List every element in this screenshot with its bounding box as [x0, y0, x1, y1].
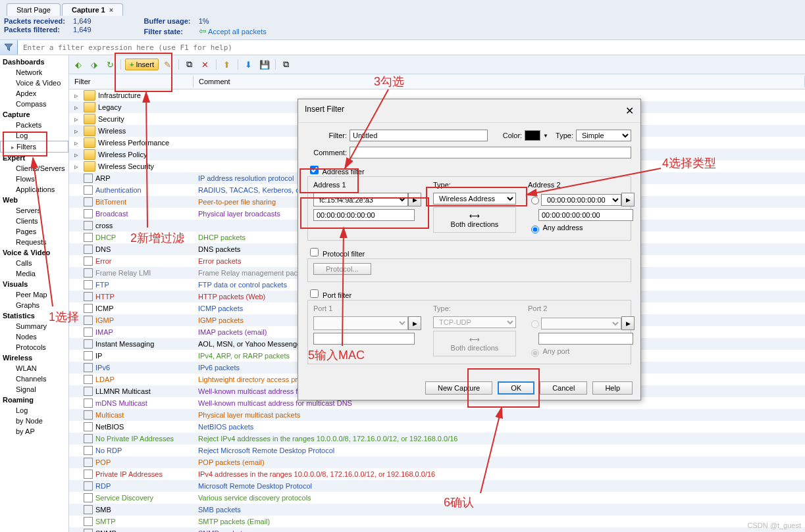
address2-mac-select[interactable]: 00:00:00:00:00:00 [541, 194, 621, 206]
nav-item[interactable]: Clients/Servers [0, 163, 68, 174]
nav-item[interactable]: Apdex [0, 88, 68, 99]
nav-item[interactable]: Nodes [0, 331, 68, 342]
nav-fwd-icon[interactable]: ⬗ [88, 59, 101, 70]
tab-start-page[interactable]: Start Page [7, 3, 61, 16]
insert-button[interactable]: +Insert [125, 59, 159, 70]
buffer-usage-value: 1% [199, 17, 209, 25]
nav-item[interactable]: Peer Map [0, 289, 68, 300]
nav-item[interactable]: Summary [0, 321, 68, 331]
address2-arrow-icon[interactable]: ▶ [621, 193, 635, 206]
new-capture-button[interactable]: New Capture [425, 381, 492, 395]
nav-item[interactable]: Network [0, 67, 68, 78]
nav-item[interactable]: Voice & Video [0, 78, 68, 88]
filter-type-select[interactable]: Simple [576, 130, 631, 141]
import-icon[interactable]: ⬇ [242, 59, 255, 70]
nav-item[interactable]: Pages [0, 226, 68, 237]
refresh-icon[interactable]: ↻ [103, 59, 117, 70]
nav-item[interactable]: Requests [0, 237, 68, 247]
address-filter-checkbox[interactable] [310, 166, 319, 174]
nav-item[interactable]: Protocols [0, 342, 68, 352]
nav-item[interactable]: Compass [0, 99, 68, 109]
nav-item[interactable]: by AP [0, 426, 68, 437]
filter-row[interactable]: SMBSMB packets [69, 504, 805, 516]
nav-item[interactable]: WLAN [0, 363, 68, 374]
address-filter-label: Address filter [322, 168, 364, 176]
comment-label: Comment: [307, 149, 347, 157]
port2-label: Port 2 [528, 304, 635, 312]
col-filter[interactable]: Filter [69, 76, 194, 87]
nav-item[interactable]: Log [0, 405, 68, 416]
type-label: Type: [556, 132, 573, 139]
address1-arrow-icon[interactable]: ▶ [408, 193, 421, 206]
color-swatch[interactable] [525, 130, 540, 141]
filter-expression-input[interactable] [18, 41, 805, 54]
dialog-close-icon[interactable]: ✕ [625, 105, 634, 117]
port1-arrow-icon: ▶ [408, 316, 421, 330]
nav-item[interactable]: Graphs [0, 300, 68, 310]
protocol-filter-label: Protocol filter [323, 250, 365, 258]
port2-select [541, 318, 621, 329]
nav-tree: DashboardsNetworkVoice & VideoApdexCompa… [0, 55, 68, 532]
packets-received-value: 1,649 [73, 17, 91, 25]
nav-item[interactable]: Flows [0, 174, 68, 184]
ok-button[interactable]: OK [498, 381, 534, 395]
nav-item[interactable]: Log [0, 130, 68, 141]
nav-item[interactable]: Servers [0, 205, 68, 216]
nav-item[interactable]: Calls [0, 258, 68, 268]
export-icon[interactable]: ⬆ [221, 59, 234, 70]
protocol-filter-checkbox[interactable] [310, 248, 319, 256]
help-button[interactable]: Help [592, 381, 633, 395]
comment-input[interactable] [350, 147, 631, 158]
duplicate-icon[interactable]: ⧉ [280, 59, 293, 70]
edit-icon[interactable]: ✎ [161, 59, 174, 70]
color-label: Color: [503, 132, 522, 139]
nav-header: Capture [0, 109, 68, 120]
address-type-select[interactable]: Wireless Address [433, 193, 516, 205]
address2-mac-input[interactable] [538, 209, 633, 221]
filter-row[interactable]: No Private IP AddressesReject IPv4 addre… [69, 433, 805, 445]
packets-received-label: Packets received: [4, 17, 71, 25]
filter-row[interactable]: Private IP AddressesIPv4 addresses in th… [69, 468, 805, 480]
nav-back-icon[interactable]: ⬖ [72, 59, 85, 70]
filter-row[interactable]: RDPMicrosoft Remote Desktop Protocol [69, 480, 805, 492]
filter-state-value[interactable]: Accept all packets [208, 28, 267, 36]
nav-header: Visuals [0, 279, 68, 289]
address1-label: Address 1 [313, 181, 421, 189]
any-address-radio[interactable] [531, 226, 539, 233]
address2-radio[interactable] [531, 197, 539, 205]
delete-icon[interactable]: ✕ [199, 59, 212, 70]
filter-expr-icon[interactable] [0, 40, 18, 55]
address2-label: Address 2 [528, 181, 635, 189]
any-address-label: Any address [542, 224, 583, 231]
address1-mac-select[interactable]: fc:15:f4:9a:2e:a3 [313, 193, 408, 206]
nav-item[interactable]: by Node [0, 416, 68, 426]
col-comment[interactable]: Comment [194, 76, 805, 87]
nav-item[interactable]: Media [0, 268, 68, 279]
address1-mac-input[interactable] [313, 209, 415, 221]
filter-row[interactable]: NetBIOSNetBIOS packets [69, 421, 805, 433]
filter-row[interactable]: SNMPSNMP packets [69, 527, 805, 532]
nav-item[interactable]: Channels [0, 374, 68, 384]
nav-header: Dashboards [0, 57, 68, 67]
nav-header: Roaming [0, 395, 68, 405]
close-tab-icon[interactable]: × [109, 6, 113, 14]
copy-icon[interactable]: ⧉ [183, 59, 196, 70]
nav-item[interactable]: Applications [0, 184, 68, 195]
save-icon[interactable]: 💾 [258, 59, 271, 70]
filter-row[interactable]: Service DiscoveryVarious service discove… [69, 492, 805, 504]
filter-row[interactable]: POPPOP packets (email) [69, 456, 805, 468]
filter-row[interactable]: SMTPSMTP packets (Email) [69, 516, 805, 527]
nav-item[interactable]: Packets [0, 120, 68, 130]
insert-filter-dialog: Insert Filter✕ Filter: Color: ▼ Type: Si… [298, 99, 641, 400]
direction-box[interactable]: ⟷Both directions [433, 207, 516, 233]
watermark: CSDN @t_guest [748, 521, 801, 529]
filter-row[interactable]: No RDPReject Microsoft Remote Desktop Pr… [69, 445, 805, 456]
port-filter-checkbox[interactable] [310, 289, 319, 298]
nav-item[interactable]: ▸Filters [0, 141, 68, 153]
cancel-button[interactable]: Cancel [540, 381, 587, 395]
tab-capture-1[interactable]: Capture 1 × [62, 3, 123, 16]
nav-item[interactable]: Signal [0, 384, 68, 395]
filter-row[interactable]: MulticastPhysical layer multicast packet… [69, 409, 805, 421]
filter-name-input[interactable] [350, 130, 488, 141]
nav-item[interactable]: Clients [0, 216, 68, 226]
